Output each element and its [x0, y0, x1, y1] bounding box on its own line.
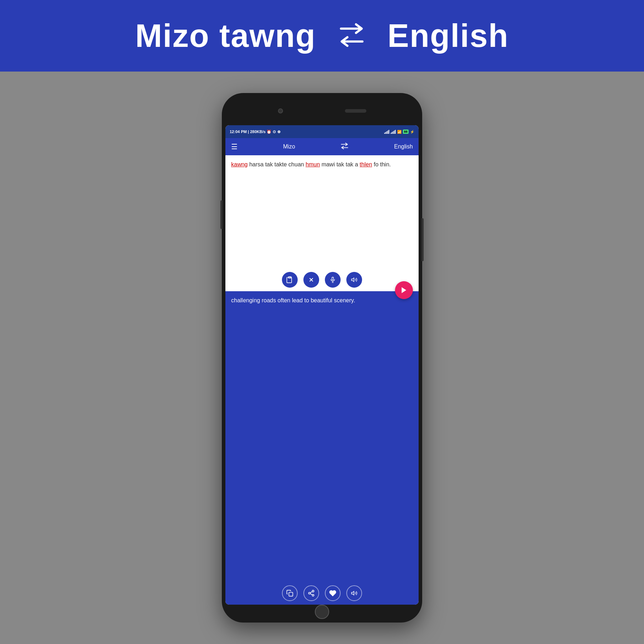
svg-rect-9	[289, 592, 293, 596]
phone-device: 12:04 PM | 280KB/s ⏰ ⊙ ⊕	[222, 93, 422, 623]
clipboard-button[interactable]	[282, 272, 298, 288]
send-translate-button[interactable]	[395, 281, 413, 299]
banner-swap-icon[interactable]	[337, 21, 366, 51]
source-text-part2: mawi tak tak a	[322, 161, 360, 167]
tts-output-button[interactable]	[346, 585, 362, 601]
battery-icon: ⚡	[410, 130, 414, 134]
source-word-3: thlen	[360, 161, 372, 167]
top-banner: Mizo tawng English	[0, 0, 644, 72]
input-section: kawng harsa tak takte chuan hmun mawi ta…	[225, 155, 419, 291]
front-camera	[278, 108, 283, 113]
app-toolbar: ☰ Mizo English	[225, 138, 419, 155]
svg-rect-4	[332, 277, 334, 280]
toolbar-target-lang[interactable]: English	[394, 143, 413, 150]
input-action-buttons	[225, 268, 419, 291]
signal-icon	[384, 130, 389, 134]
microphone-button[interactable]	[325, 272, 341, 288]
svg-point-10	[312, 590, 314, 592]
svg-marker-15	[352, 591, 354, 595]
output-section: challenging roads often lead to beautifu…	[225, 291, 419, 605]
banner-lang-to[interactable]: English	[387, 18, 509, 54]
battery-level: 88	[403, 130, 409, 134]
svg-point-12	[312, 594, 314, 596]
status-icons: ⏰ ⊙ ⊕	[267, 130, 280, 134]
source-text-part3: fo thin.	[374, 161, 391, 167]
status-time: 12:04 PM	[230, 130, 247, 134]
status-data-speed: 280KB/s	[250, 130, 265, 134]
status-right-icons: 📶 88 ⚡	[384, 130, 414, 134]
toolbar-source-lang[interactable]: Mizo	[283, 143, 295, 150]
source-word-1: kawng	[231, 161, 248, 167]
wifi-icon: 📶	[397, 130, 401, 134]
copy-output-button[interactable]	[282, 585, 298, 601]
source-word-2: hmun	[306, 161, 320, 167]
source-text-display[interactable]: kawng harsa tak takte chuan hmun mawi ta…	[225, 155, 419, 268]
hamburger-menu-button[interactable]: ☰	[231, 142, 238, 151]
tts-input-button[interactable]	[346, 272, 362, 288]
svg-marker-7	[352, 278, 354, 282]
home-button[interactable]	[315, 605, 329, 619]
volume-button	[220, 200, 223, 229]
favorite-button[interactable]	[325, 585, 341, 601]
banner-lang-from[interactable]: Mizo tawng	[135, 18, 316, 54]
status-time-data: 12:04 PM | 280KB/s ⏰ ⊙ ⊕	[230, 130, 280, 134]
main-area: 12:04 PM | 280KB/s ⏰ ⊙ ⊕	[0, 72, 644, 644]
earpiece-speaker	[345, 109, 366, 113]
svg-marker-8	[402, 287, 406, 293]
power-button	[421, 218, 424, 261]
phone-bottom	[225, 605, 419, 619]
source-text-part1: harsa tak takte chuan	[249, 161, 306, 167]
output-action-buttons	[225, 582, 419, 605]
clear-button[interactable]	[303, 272, 319, 288]
svg-point-11	[309, 592, 311, 594]
signal-icon-2	[391, 130, 396, 134]
phone-top	[225, 97, 419, 125]
svg-line-14	[310, 591, 312, 592]
toolbar-swap-button[interactable]	[341, 142, 348, 152]
share-button[interactable]	[303, 585, 319, 601]
status-bar: 12:04 PM | 280KB/s ⏰ ⊙ ⊕	[225, 125, 419, 138]
translated-text-display: challenging roads often lead to beautifu…	[225, 291, 419, 582]
svg-line-13	[310, 594, 312, 595]
phone-screen: 12:04 PM | 280KB/s ⏰ ⊙ ⊕	[225, 125, 419, 605]
